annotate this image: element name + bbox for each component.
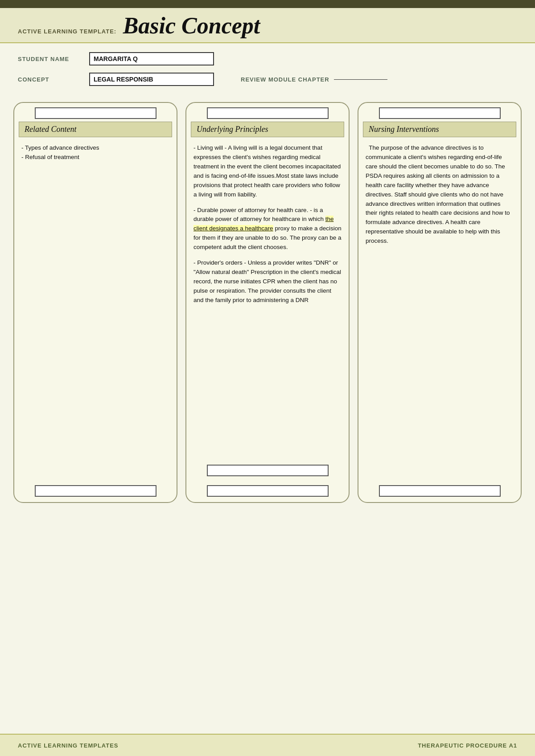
column-underlying-principles: Underlying Principles - Living will - A … <box>185 102 350 503</box>
student-name-row: STUDENT NAME <box>18 52 517 65</box>
nursing-interventions-body: The purpose of the advance directives is… <box>358 137 521 481</box>
underlying-principles-p1: - Living will - A living will is a legal… <box>193 143 342 200</box>
related-content-bottom-input[interactable] <box>35 485 156 497</box>
underlying-principles-middle-input[interactable] <box>207 465 329 476</box>
nursing-interventions-top-input[interactable] <box>379 107 501 119</box>
form-area: STUDENT NAME CONCEPT REVIEW MODULE CHAPT… <box>0 43 535 98</box>
student-name-input[interactable] <box>89 52 214 65</box>
underlying-principles-top-input[interactable] <box>207 107 329 119</box>
nursing-interventions-p1: The purpose of the advance directives is… <box>366 143 514 246</box>
student-name-label: STUDENT NAME <box>18 56 89 62</box>
active-learning-label: ACTIVE LEARNING TEMPLATE: <box>18 28 116 35</box>
related-content-top-input[interactable] <box>35 107 156 119</box>
related-content-header: Related Content <box>19 122 172 137</box>
concept-input[interactable] <box>89 73 214 86</box>
underlying-principles-body: - Living will - A living will is a legal… <box>186 137 349 460</box>
related-content-body: - Types of advance directives- Refusal o… <box>14 137 177 481</box>
footer-left-text: ACTIVE LEARNING TEMPLATES <box>18 742 119 749</box>
footer-right-text: THERAPEUTIC PROCEDURE A1 <box>418 742 517 749</box>
underlying-principles-p3: - Provider's orders - Unless a provider … <box>193 258 342 305</box>
highlighted-durable-power: the client designates a healthcare <box>193 216 333 232</box>
related-content-text: - Types of advance directives- Refusal o… <box>21 143 169 162</box>
underlying-principles-bottom-input[interactable] <box>207 485 329 497</box>
top-bar <box>0 0 535 8</box>
header: ACTIVE LEARNING TEMPLATE: Basic Concept <box>0 8 535 43</box>
review-module-label: REVIEW MODULE CHAPTER <box>241 76 329 83</box>
page-title: Basic Concept <box>123 13 260 38</box>
review-module-line <box>334 79 387 80</box>
footer: ACTIVE LEARNING TEMPLATES THERAPEUTIC PR… <box>0 734 535 756</box>
concept-label: CONCEPT <box>18 76 89 83</box>
column-nursing-interventions: Nursing Interventions The purpose of the… <box>358 102 522 503</box>
nursing-interventions-header: Nursing Interventions <box>363 122 516 137</box>
column-related-content: Related Content - Types of advance direc… <box>13 102 177 503</box>
underlying-principles-header: Underlying Principles <box>191 122 344 137</box>
nursing-interventions-bottom-input[interactable] <box>379 485 501 497</box>
concept-row: CONCEPT REVIEW MODULE CHAPTER <box>18 73 517 86</box>
columns-wrapper: Related Content - Types of advance direc… <box>0 98 535 512</box>
underlying-principles-p2: - Durable power of attorney for health c… <box>193 206 342 253</box>
